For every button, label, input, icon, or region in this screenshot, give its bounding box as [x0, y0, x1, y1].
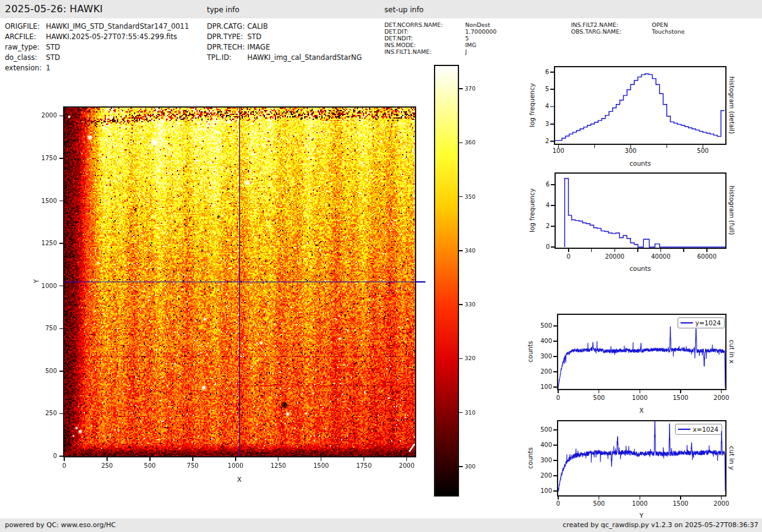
histogram-detail-x-tick-label: 300: [615, 147, 646, 154]
colorbar-tick-label: 360: [465, 139, 476, 146]
cut-in-x-y-tick: [553, 325, 557, 327]
footer-left-text: powered by QC: www.eso.org/HC: [5, 521, 116, 529]
histogram-detail-x-tick: [594, 145, 596, 148]
cut-in-y-y-tick-label: 500: [531, 426, 552, 433]
cut-in-x-x-tick-label: 0: [543, 394, 573, 401]
cut-in-y-y-tick-label: 200: [531, 472, 552, 479]
main-x-tick: [278, 457, 279, 461]
cut-in-y-y-tick-label: 300: [531, 457, 552, 464]
histogram-full-plot: [556, 174, 725, 248]
histogram-detail-x-tick-label: 500: [687, 147, 718, 154]
setup-info-value: IMG: [465, 42, 476, 48]
type-info-label: TPL.ID:: [207, 53, 231, 62]
file-info-value: STD: [46, 53, 60, 62]
setup-info-label: DET.NDIT:: [384, 35, 413, 42]
histogram-full-x-tick-label: 20000: [599, 253, 630, 260]
main-x-tick-label: 500: [138, 462, 162, 469]
setup-info-value: NonDest: [465, 21, 490, 28]
histogram-full-x-tick: [660, 249, 662, 252]
cut-in-y-y-tick: [553, 429, 557, 430]
colorbar-tick: [459, 466, 463, 467]
type-info-value: HAWKI_img_cal_StandardStarNG: [247, 53, 362, 62]
setup-info-label: DET.NCORRS.NAME:: [384, 21, 443, 28]
main-y-tick: [59, 371, 63, 372]
type-info-heading: type info: [207, 6, 239, 14]
page-title: 2025-05-26: HAWKI: [5, 3, 103, 15]
cut-in-x-x-tick: [721, 390, 722, 393]
type-info-label: DPR.TECH:: [207, 43, 245, 51]
cut-in-y-x-tick-label: 1000: [624, 500, 655, 507]
main-x-tick-label: 1750: [352, 462, 376, 469]
main-x-tick: [106, 457, 108, 461]
histogram-detail-y-tick: [550, 141, 554, 142]
plot-line: [558, 327, 725, 389]
histogram-detail-y-tick-label: 5: [528, 86, 549, 92]
histogram-full-y-tick-label: 4: [528, 202, 550, 209]
cut-in-x-y-tick-label: 300: [531, 353, 552, 360]
colorbar-tick: [459, 88, 463, 89]
main-y-tick: [59, 243, 63, 244]
histogram-detail-plot: [555, 67, 725, 144]
histogram-detail-y-tick-label: 4: [528, 103, 549, 109]
setup-info-label: OBS.TARG.NAME:: [571, 28, 621, 35]
cut-in-y-x-tick-label: 2000: [706, 500, 737, 507]
plot-line: [558, 421, 725, 492]
cut-in-x-x-tick-label: 500: [584, 394, 614, 401]
histogram-full-x-tick: [568, 249, 569, 252]
main-x-tick-label: 1000: [223, 462, 248, 469]
cut-in-y-y-tick: [553, 490, 557, 492]
colorbar-tick: [459, 196, 463, 198]
file-info-value: HAWKI_IMG_STD_StandardStar147_0011: [46, 22, 189, 31]
main-y-tick: [59, 286, 63, 287]
setup-info-value: OPEN: [652, 21, 668, 28]
main-y-tick-label: 750: [26, 325, 57, 331]
cut-in-y-title: cut in y: [728, 446, 736, 470]
colorbar-tick: [459, 412, 463, 413]
colorbar-tick-label: 330: [465, 301, 476, 308]
colorbar-tick: [459, 250, 463, 251]
main-y-tick-label: 2000: [26, 112, 57, 119]
cut-in-y-y-tick: [553, 475, 557, 476]
cut-in-x-y-tick-label: 100: [531, 383, 552, 390]
colorbar-tick-label: 300: [465, 463, 476, 470]
cut-in-y-x-tick: [558, 497, 559, 500]
histogram-detail-y-tick: [550, 124, 554, 125]
cut-in-x-x-tick: [558, 390, 559, 393]
file-info-label: ARCFILE:: [5, 32, 36, 41]
main-y-tick: [59, 201, 63, 202]
histogram-detail-title: histogram (detail): [728, 76, 736, 134]
colorbar: [435, 66, 458, 495]
colorbar-tick: [459, 304, 463, 305]
cut-in-y-y-tick-label: 100: [531, 487, 552, 494]
cut-in-y-x-tick: [599, 497, 600, 500]
plot-line: [555, 74, 725, 141]
histogram-full-y-tick-label: 0: [528, 243, 550, 250]
cut-in-y-x-tick: [721, 497, 722, 500]
file-info-label: raw_type:: [5, 43, 40, 51]
main-y-tick-label: 250: [26, 410, 57, 416]
histogram-full-x-tick-label: 40000: [646, 253, 676, 260]
cut-in-y-x-tick-label: 500: [584, 500, 614, 507]
histogram-full-x-label: counts: [629, 265, 651, 272]
main-x-tick: [64, 457, 65, 461]
colorbar-tick-label: 370: [465, 85, 476, 92]
main-x-tick-label: 0: [52, 462, 77, 469]
file-info-value: 1: [46, 64, 50, 72]
title-bar: 2025-05-26: HAWKI type info set-up info: [0, 0, 762, 18]
setup-info-heading: set-up info: [384, 6, 424, 14]
main-x-tick: [149, 457, 151, 461]
colorbar-tick: [459, 358, 463, 360]
histogram-detail-y-tick: [550, 89, 554, 90]
colorbar-tick-label: 340: [465, 247, 476, 254]
cut-in-x-plot: [558, 315, 725, 389]
footer-bar: powered by QC: www.eso.org/HC created by…: [0, 519, 762, 532]
cut-in-x-y-tick: [553, 341, 557, 342]
file-info-label: extension:: [5, 64, 42, 72]
histogram-detail-y-tick-label: 6: [528, 68, 549, 75]
main-x-tick-label: 750: [181, 462, 205, 469]
histogram-detail-x-label: counts: [629, 160, 651, 167]
cut-in-x-x-tick: [599, 390, 600, 393]
main-y-tick-label: 1500: [26, 198, 57, 204]
histogram-full-y-tick: [551, 205, 555, 206]
cut-in-x-x-label: X: [639, 407, 643, 414]
